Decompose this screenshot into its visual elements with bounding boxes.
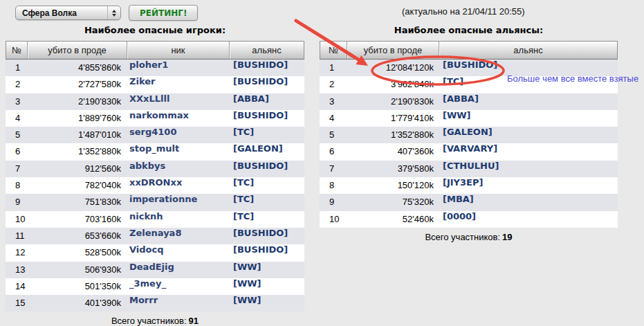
- alliances-table: Наиболее опасные альянсы: № убито в прод…: [320, 25, 618, 242]
- sphere-select[interactable]: Сфера Волка: [15, 6, 121, 20]
- nick-link[interactable]: stop_mult: [126, 143, 228, 160]
- kills-cell: 1'487'010k: [26, 127, 126, 143]
- alliance-link[interactable]: [TC]: [228, 194, 304, 210]
- nick-link[interactable]: imperationne: [126, 194, 228, 210]
- rank-cell: 2: [6, 76, 26, 93]
- alliance-link[interactable]: [GALEON]: [228, 143, 304, 160]
- nick-link[interactable]: ploher1: [126, 60, 228, 76]
- kills-cell: 782'040k: [26, 177, 126, 194]
- footer-label: Всего участников:: [425, 232, 500, 242]
- nick-link[interactable]: xxDRONxx: [126, 177, 228, 194]
- alliance-link[interactable]: [BUSHIDO]: [228, 110, 304, 127]
- rank-cell: 9: [320, 194, 346, 210]
- rank-cell: 15: [6, 295, 26, 311]
- nick-link[interactable]: narkommax: [126, 110, 228, 127]
- rank-cell: 5: [6, 127, 26, 143]
- footer-count: 91: [189, 316, 199, 326]
- rank-cell: 6: [320, 143, 346, 160]
- alliance-link[interactable]: [ABBA]: [228, 93, 304, 110]
- column-header-kills: убито в проде: [347, 42, 439, 59]
- alliance-link[interactable]: [WW]: [228, 262, 304, 278]
- nick-link[interactable]: nicknh: [126, 211, 228, 228]
- column-header-alliance: альянс: [439, 42, 617, 59]
- alliance-link[interactable]: [TC]: [228, 177, 304, 194]
- nick-link[interactable]: XXxLLlll: [126, 93, 228, 110]
- table-row: 15401'390kMorrr[WW]: [6, 295, 304, 311]
- table-row: 10703'160knicknh[TC]: [6, 211, 304, 228]
- table-row: 8782'040kxxDRONxx[TC]: [6, 177, 304, 194]
- kills-cell: 1'352'880k: [346, 127, 438, 143]
- alliance-link[interactable]: [BUSHIDO]: [228, 161, 304, 177]
- alliance-link[interactable]: [GALEON]: [438, 127, 618, 143]
- alliance-link[interactable]: [VARVARY]: [438, 143, 618, 160]
- nick-link[interactable]: DeadEjig: [126, 262, 228, 278]
- kills-cell: 2'190'830k: [26, 93, 126, 110]
- kills-cell: 1'352'880k: [26, 143, 126, 160]
- alliance-link[interactable]: [WW]: [228, 295, 304, 311]
- kills-cell: 501'350k: [26, 278, 126, 295]
- kills-cell: 3'962'840k: [346, 76, 438, 93]
- kills-cell: 653'660k: [26, 228, 126, 244]
- alliance-link[interactable]: [JIY3EP]: [438, 177, 618, 194]
- rating-button[interactable]: РЕЙТИНГ!: [129, 5, 198, 21]
- sphere-select-wrap: Сфера Волка: [15, 6, 121, 20]
- kills-cell: 4'855'860k: [26, 60, 126, 76]
- table-row: 32'190'830k[ABBA]: [320, 93, 618, 110]
- alliance-link[interactable]: [ABBA]: [438, 93, 618, 110]
- alliance-link[interactable]: [WW]: [438, 110, 618, 127]
- table-row: 61'352'880kstop_mult[GALEON]: [6, 143, 304, 160]
- alliance-link[interactable]: [BUSHIDO]: [228, 244, 304, 261]
- alliance-link[interactable]: [BUSHIDO]: [228, 60, 304, 76]
- table-row: 11653'660kZelenaya8[BUSHIDO]: [6, 228, 304, 244]
- table-row: 975'320k[MBA]: [320, 194, 618, 210]
- rank-cell: 5: [320, 127, 346, 143]
- nick-link[interactable]: serg4100: [126, 127, 228, 143]
- alliance-link[interactable]: [MBA]: [438, 194, 618, 210]
- rank-cell: 10: [320, 211, 346, 228]
- rank-cell: 2: [320, 76, 346, 93]
- alliances-table-header: № убито в проде альянс: [320, 41, 618, 60]
- nick-link[interactable]: abkbys: [126, 161, 228, 177]
- annotation-note: Больше чем все вместе взятые: [507, 73, 638, 84]
- footer-label: Всего участников:: [111, 316, 187, 326]
- rank-cell: 8: [6, 177, 26, 194]
- alliance-link[interactable]: [BUSHIDO]: [228, 76, 304, 93]
- nick-link[interactable]: Vidocq: [126, 244, 228, 261]
- nick-link[interactable]: _3mey_: [126, 278, 228, 295]
- kills-cell: 75'320k: [346, 194, 438, 210]
- alliances-table-footer: Всего участников:19: [320, 232, 618, 242]
- kills-cell: 1'889'760k: [26, 110, 126, 127]
- alliance-link[interactable]: [WW]: [228, 278, 304, 295]
- alliances-table-body: 112'084'120k[BUSHIDO] 23'962'840k[TC] 32…: [320, 60, 618, 228]
- rank-cell: 9: [6, 194, 26, 210]
- alliance-link[interactable]: [CTHULHU]: [438, 161, 618, 177]
- table-row: 14'855'860kploher1[BUSHIDO]: [6, 60, 304, 76]
- column-header-rank: №: [320, 42, 347, 59]
- alliance-link[interactable]: [TC]: [228, 211, 304, 228]
- table-row: 1052'460k[0000]: [320, 211, 618, 228]
- kills-cell: 703'160k: [26, 211, 126, 228]
- table-row: 14501'350k_3mey_[WW]: [6, 278, 304, 295]
- kills-cell: 401'390k: [26, 295, 126, 311]
- column-header-kills: убито в проде: [27, 42, 127, 59]
- kills-cell: 1'779'410k: [346, 110, 438, 127]
- alliance-link[interactable]: [0000]: [438, 211, 618, 228]
- nick-link[interactable]: Morrr: [126, 295, 228, 311]
- players-table-footer: Всего участников:91: [6, 316, 304, 326]
- table-row: 41'889'760knarkommax[BUSHIDO]: [6, 110, 304, 127]
- rank-cell: 6: [6, 143, 26, 160]
- kills-cell: 528'500k: [26, 244, 126, 261]
- alliance-link[interactable]: [TC]: [228, 127, 304, 143]
- kills-cell: 379'580k: [346, 161, 438, 177]
- timestamp: (актуально на 21/04/11 20:55): [402, 6, 525, 17]
- nick-link[interactable]: Ziker: [126, 76, 228, 93]
- rank-cell: 4: [320, 110, 346, 127]
- table-row: 41'779'410k[WW]: [320, 110, 618, 127]
- rank-cell: 3: [320, 93, 346, 110]
- rank-cell: 10: [6, 211, 26, 228]
- column-header-alliance: альянс: [229, 42, 304, 59]
- alliance-link[interactable]: [BUSHIDO]: [228, 228, 304, 244]
- table-row: 51'487'010kserg4100[TC]: [6, 127, 304, 143]
- nick-link[interactable]: Zelenaya8: [126, 228, 228, 244]
- kills-cell: 150'120k: [346, 177, 438, 194]
